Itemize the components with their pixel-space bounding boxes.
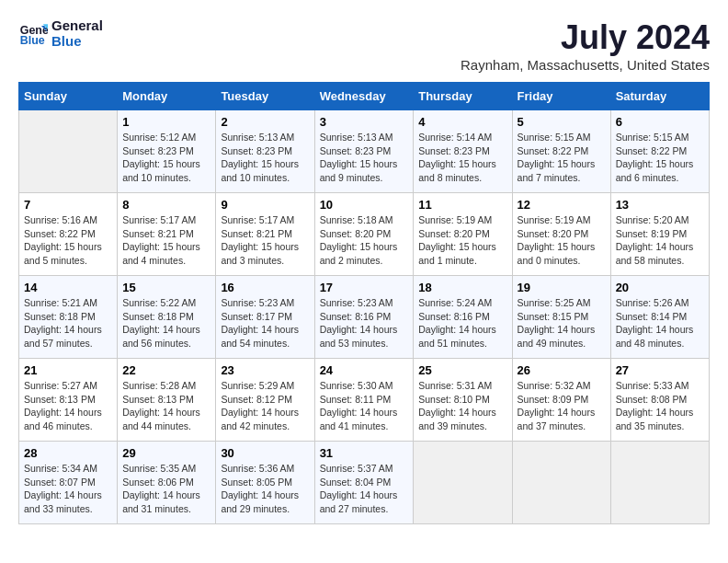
weekday-friday: Friday [512, 83, 610, 110]
day-info: Sunrise: 5:19 AM Sunset: 8:20 PM Dayligh… [418, 213, 506, 268]
sunrise-label: Sunrise: 5:18 AM [320, 214, 393, 225]
sunset-label: Sunset: 8:23 PM [320, 145, 392, 156]
day-number: 23 [221, 363, 309, 377]
daylight-label: Daylight: 15 hours and 1 minute. [418, 241, 496, 266]
sunset-label: Sunset: 8:07 PM [24, 477, 96, 488]
weekday-monday: Monday [118, 83, 216, 110]
day-number: 19 [518, 281, 606, 294]
day-info: Sunrise: 5:31 AM Sunset: 8:10 PM Dayligh… [418, 379, 506, 433]
daylight-label: Daylight: 14 hours and 31 minutes. [122, 489, 200, 514]
sunset-label: Sunset: 8:06 PM [122, 477, 194, 488]
day-number: 5 [518, 115, 606, 129]
week-row-3: 14 Sunrise: 5:21 AM Sunset: 8:18 PM Dayl… [19, 276, 710, 359]
day-number: 8 [122, 198, 210, 212]
calendar-cell: 24 Sunrise: 5:30 AM Sunset: 8:11 PM Dayl… [314, 359, 414, 442]
sunrise-label: Sunrise: 5:15 AM [518, 132, 591, 143]
calendar-cell: 5 Sunrise: 5:15 AM Sunset: 8:22 PM Dayli… [512, 110, 610, 193]
day-info: Sunrise: 5:13 AM Sunset: 8:23 PM Dayligh… [221, 131, 309, 185]
day-info: Sunrise: 5:35 AM Sunset: 8:06 PM Dayligh… [122, 462, 210, 516]
day-number: 9 [221, 198, 309, 212]
day-info: Sunrise: 5:25 AM Sunset: 8:15 PM Dayligh… [518, 296, 606, 350]
daylight-label: Daylight: 14 hours and 53 minutes. [320, 324, 398, 349]
day-number: 24 [320, 363, 409, 377]
sunrise-label: Sunrise: 5:27 AM [24, 380, 97, 391]
page-header: General Blue General Blue July 2024 Rayn… [18, 18, 710, 73]
sunrise-label: Sunrise: 5:30 AM [320, 380, 393, 391]
daylight-label: Daylight: 14 hours and 41 minutes. [320, 407, 398, 431]
calendar-cell: 7 Sunrise: 5:16 AM Sunset: 8:22 PM Dayli… [19, 193, 118, 276]
day-number: 22 [122, 363, 210, 377]
sunset-label: Sunset: 8:05 PM [221, 477, 292, 488]
sunrise-label: Sunrise: 5:20 AM [616, 214, 689, 225]
sunset-label: Sunset: 8:23 PM [221, 145, 292, 156]
logo: General Blue General Blue [18, 18, 103, 49]
daylight-label: Daylight: 15 hours and 6 minutes. [616, 158, 694, 183]
sunrise-label: Sunrise: 5:21 AM [24, 297, 97, 308]
day-number: 12 [518, 198, 606, 212]
calendar-cell: 12 Sunrise: 5:19 AM Sunset: 8:20 PM Dayl… [512, 193, 610, 276]
sunrise-label: Sunrise: 5:26 AM [616, 297, 689, 308]
day-info: Sunrise: 5:15 AM Sunset: 8:22 PM Dayligh… [616, 131, 704, 185]
daylight-label: Daylight: 14 hours and 27 minutes. [320, 489, 398, 514]
day-info: Sunrise: 5:29 AM Sunset: 8:12 PM Dayligh… [221, 379, 309, 433]
daylight-label: Daylight: 15 hours and 3 minutes. [221, 241, 299, 266]
sunrise-label: Sunrise: 5:19 AM [418, 214, 492, 225]
day-info: Sunrise: 5:13 AM Sunset: 8:23 PM Dayligh… [320, 131, 409, 185]
weekday-thursday: Thursday [414, 83, 512, 110]
sunrise-label: Sunrise: 5:29 AM [221, 380, 294, 391]
calendar-cell: 13 Sunrise: 5:20 AM Sunset: 8:19 PM Dayl… [610, 193, 709, 276]
calendar-cell: 10 Sunrise: 5:18 AM Sunset: 8:20 PM Dayl… [314, 193, 414, 276]
daylight-label: Daylight: 15 hours and 2 minutes. [320, 241, 398, 266]
day-number: 31 [320, 446, 409, 460]
calendar-cell: 16 Sunrise: 5:23 AM Sunset: 8:17 PM Dayl… [216, 276, 314, 359]
day-number: 20 [616, 281, 704, 294]
calendar-cell: 21 Sunrise: 5:27 AM Sunset: 8:13 PM Dayl… [19, 359, 118, 442]
day-info: Sunrise: 5:23 AM Sunset: 8:16 PM Dayligh… [320, 296, 409, 350]
sunset-label: Sunset: 8:16 PM [320, 311, 392, 322]
day-info: Sunrise: 5:33 AM Sunset: 8:08 PM Dayligh… [616, 379, 704, 433]
calendar-table: SundayMondayTuesdayWednesdayThursdayFrid… [18, 82, 710, 524]
day-number: 27 [616, 363, 704, 377]
day-info: Sunrise: 5:23 AM Sunset: 8:17 PM Dayligh… [221, 296, 309, 350]
sunrise-label: Sunrise: 5:13 AM [320, 132, 393, 143]
daylight-label: Daylight: 15 hours and 4 minutes. [122, 241, 200, 266]
sunrise-label: Sunrise: 5:14 AM [418, 132, 492, 143]
day-info: Sunrise: 5:27 AM Sunset: 8:13 PM Dayligh… [24, 379, 112, 433]
daylight-label: Daylight: 14 hours and 37 minutes. [518, 407, 596, 431]
calendar-cell: 22 Sunrise: 5:28 AM Sunset: 8:13 PM Dayl… [118, 359, 216, 442]
daylight-label: Daylight: 14 hours and 57 minutes. [24, 324, 102, 349]
calendar-cell: 26 Sunrise: 5:32 AM Sunset: 8:09 PM Dayl… [512, 359, 610, 442]
day-info: Sunrise: 5:20 AM Sunset: 8:19 PM Dayligh… [616, 213, 704, 268]
sunset-label: Sunset: 8:23 PM [122, 145, 194, 156]
week-row-4: 21 Sunrise: 5:27 AM Sunset: 8:13 PM Dayl… [19, 359, 710, 442]
daylight-label: Daylight: 14 hours and 49 minutes. [518, 324, 596, 349]
week-row-1: 1 Sunrise: 5:12 AM Sunset: 8:23 PM Dayli… [19, 110, 710, 193]
day-number: 13 [616, 198, 704, 212]
weekday-header-row: SundayMondayTuesdayWednesdayThursdayFrid… [19, 83, 710, 110]
day-number: 28 [24, 446, 112, 460]
calendar-cell: 6 Sunrise: 5:15 AM Sunset: 8:22 PM Dayli… [610, 110, 709, 193]
sunset-label: Sunset: 8:15 PM [518, 311, 589, 322]
day-number: 2 [221, 115, 309, 129]
day-number: 16 [221, 281, 309, 294]
title-block: July 2024 Raynham, Massachusetts, United… [461, 18, 710, 73]
calendar-cell: 11 Sunrise: 5:19 AM Sunset: 8:20 PM Dayl… [414, 193, 512, 276]
sunrise-label: Sunrise: 5:32 AM [518, 380, 591, 391]
sunset-label: Sunset: 8:13 PM [122, 394, 194, 405]
daylight-label: Daylight: 14 hours and 39 minutes. [418, 407, 496, 431]
day-info: Sunrise: 5:32 AM Sunset: 8:09 PM Dayligh… [518, 379, 606, 433]
sunset-label: Sunset: 8:21 PM [221, 228, 292, 239]
sunset-label: Sunset: 8:04 PM [320, 477, 392, 488]
day-number: 11 [418, 198, 506, 212]
day-info: Sunrise: 5:12 AM Sunset: 8:23 PM Dayligh… [122, 131, 210, 185]
daylight-label: Daylight: 14 hours and 56 minutes. [122, 324, 200, 349]
daylight-label: Daylight: 14 hours and 35 minutes. [616, 407, 694, 431]
calendar-cell: 2 Sunrise: 5:13 AM Sunset: 8:23 PM Dayli… [216, 110, 314, 193]
day-info: Sunrise: 5:34 AM Sunset: 8:07 PM Dayligh… [24, 462, 112, 516]
day-info: Sunrise: 5:22 AM Sunset: 8:18 PM Dayligh… [122, 296, 210, 350]
calendar-body: 1 Sunrise: 5:12 AM Sunset: 8:23 PM Dayli… [19, 110, 710, 524]
calendar-cell: 28 Sunrise: 5:34 AM Sunset: 8:07 PM Dayl… [19, 442, 118, 524]
logo-general: General [51, 18, 103, 34]
sunset-label: Sunset: 8:18 PM [24, 311, 96, 322]
calendar-cell: 23 Sunrise: 5:29 AM Sunset: 8:12 PM Dayl… [216, 359, 314, 442]
